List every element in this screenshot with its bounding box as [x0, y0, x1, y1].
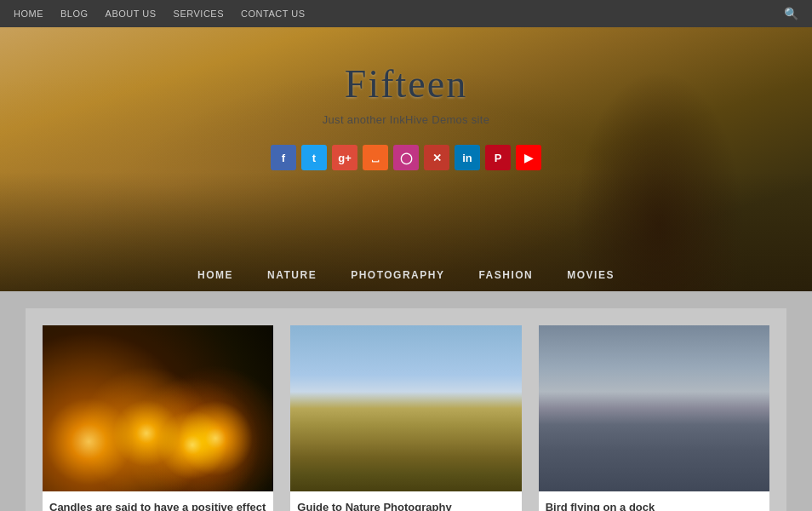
- sec-nav-home[interactable]: HOME: [197, 269, 233, 281]
- card-landscape-image: [290, 325, 521, 491]
- sec-nav-photography[interactable]: PHOTOGRAPHY: [351, 269, 444, 281]
- nav-contact[interactable]: CONTACT US: [241, 9, 306, 19]
- nav-blog[interactable]: BLOG: [60, 9, 89, 19]
- youtube-icon[interactable]: ▶: [516, 145, 541, 170]
- card-candles-title: Candles are said to have a positive effe…: [49, 500, 266, 511]
- site-subtitle: Just another InkHive Demos site: [323, 113, 489, 126]
- card-bird-text: Bird flying on a dock: [539, 491, 769, 511]
- card-bird-title: Bird flying on a dock: [546, 500, 763, 511]
- pinterest-icon[interactable]: P: [485, 145, 511, 170]
- secondary-navigation: HOME NATURE PHOTOGRAPHY FASHION MOVIES: [0, 269, 812, 291]
- card-candles-image: [43, 325, 273, 491]
- rss-icon[interactable]: ⎵: [363, 145, 388, 170]
- card-landscape-title: Guide to Nature Photography: [297, 500, 514, 511]
- top-navigation: HOME BLOG ABOUT US SERVICES CONTACT US 🔍: [0, 0, 812, 27]
- card-candles: Candles are said to have a positive effe…: [43, 325, 273, 511]
- cards-grid: Candles are said to have a positive effe…: [26, 308, 786, 511]
- facebook-icon[interactable]: f: [271, 145, 296, 170]
- top-nav-links: HOME BLOG ABOUT US SERVICES CONTACT US: [14, 9, 306, 19]
- nav-services[interactable]: SERVICES: [174, 9, 224, 19]
- search-icon[interactable]: 🔍: [784, 7, 798, 20]
- nav-about[interactable]: ABOUT US: [106, 9, 157, 19]
- card-landscape-text: Guide to Nature Photography: [290, 491, 521, 511]
- hero-section: Fifteen Just another InkHive Demos site …: [0, 27, 812, 291]
- twitter-icon[interactable]: t: [301, 145, 327, 170]
- card-bird-image: [539, 325, 769, 491]
- card-landscape: Guide to Nature Photography: [290, 325, 521, 511]
- nav-home[interactable]: HOME: [14, 9, 43, 19]
- google-plus-icon[interactable]: g+: [332, 145, 357, 170]
- linkedin-icon[interactable]: in: [455, 145, 480, 170]
- hero-content: Fifteen Just another InkHive Demos site …: [0, 27, 812, 291]
- bird-photo: [539, 325, 769, 491]
- sec-nav-fashion[interactable]: FASHION: [478, 269, 533, 281]
- x-icon[interactable]: ✕: [424, 145, 449, 170]
- cards-section: Candles are said to have a positive effe…: [0, 291, 812, 511]
- card-candles-text: Candles are said to have a positive effe…: [43, 491, 273, 511]
- social-icons-bar: f t g+ ⎵ ◯ ✕ in P ▶: [271, 145, 541, 170]
- instagram-icon[interactable]: ◯: [393, 145, 419, 170]
- landscape-photo: [290, 325, 521, 491]
- candles-photo: [43, 325, 273, 491]
- sec-nav-movies[interactable]: MOVIES: [567, 269, 615, 281]
- sec-nav-nature[interactable]: NATURE: [267, 269, 317, 281]
- card-bird: Bird flying on a dock: [539, 325, 769, 511]
- site-title: Fifteen: [345, 61, 467, 106]
